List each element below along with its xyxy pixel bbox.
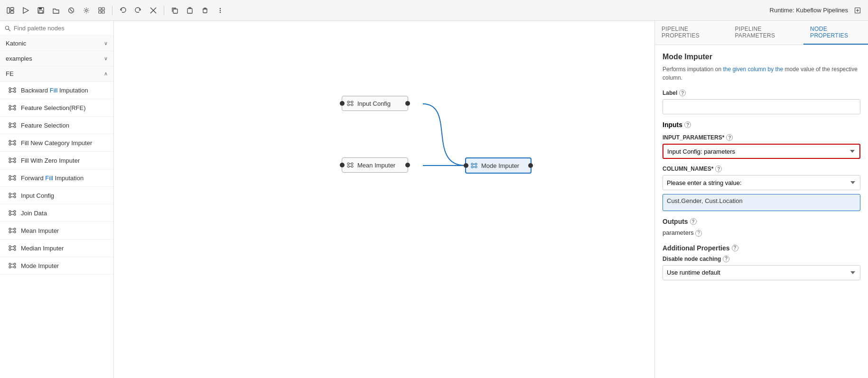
palette-group-examples-label: examples [6, 55, 32, 62]
column-names-tag-input[interactable]: Cust.Gender, Cust.Location [663, 194, 860, 211]
settings-button[interactable] [80, 4, 93, 17]
svg-point-30 [14, 91, 16, 92]
svg-point-35 [9, 108, 11, 110]
outputs-label-text: Outputs [663, 218, 688, 225]
palette-group-fe[interactable]: FE ∧ [0, 66, 113, 82]
palette-item-join-data-label: Join Data [21, 210, 47, 217]
svg-point-72 [9, 211, 11, 212]
more-options-button[interactable] [214, 4, 227, 17]
tab-pipeline-properties[interactable]: PIPELINE PROPERTIES [655, 21, 728, 45]
mode-imputer-right-port[interactable] [528, 163, 533, 168]
toggle-palette-button[interactable] [4, 4, 17, 17]
mode-imputer-left-port[interactable] [464, 163, 468, 168]
palette-item-fill-zero[interactable]: Fill With Zero Imputer [0, 152, 113, 169]
mode-imputer-node[interactable]: Mode Imputer [465, 157, 532, 174]
svg-point-78 [9, 228, 11, 230]
svg-point-37 [14, 108, 16, 110]
node-icon [8, 261, 17, 270]
mean-imputer-node[interactable]: Mean Imputer [342, 157, 408, 173]
canvas-area[interactable]: Input Config Mean Imputer Mode Imputer [114, 21, 654, 378]
column-names-label-text: COLUMN_NAMES* [663, 166, 713, 172]
palette-item-forward-fill[interactable]: Forward Fill Imputation [0, 169, 113, 187]
runtime-settings-button[interactable] [851, 4, 864, 17]
undo-button[interactable] [116, 4, 130, 17]
mean-imputer-right-port[interactable] [405, 163, 410, 167]
palette-item-feature-selection-rfe[interactable]: Feature Selection(RFE) [0, 99, 113, 117]
delete-button[interactable] [198, 4, 212, 17]
palette-item-median-imputer[interactable]: Median Imputer [0, 240, 113, 257]
clear-button[interactable] [65, 4, 78, 17]
additional-properties-label: Additional Properties [663, 244, 730, 252]
svg-point-93 [14, 266, 16, 268]
palette-group-katonic[interactable]: Katonic ∨ [0, 36, 113, 51]
additional-properties-help-icon[interactable]: ? [732, 245, 738, 251]
mean-imputer-left-port[interactable] [340, 163, 345, 167]
svg-point-44 [14, 126, 16, 128]
node-icon [8, 156, 17, 165]
svg-rect-6 [39, 10, 43, 13]
search-icon [5, 25, 11, 32]
svg-point-51 [14, 143, 16, 145]
palette-item-input-config[interactable]: Input Config [0, 187, 113, 204]
node-icon [8, 226, 17, 235]
svg-point-74 [14, 211, 16, 212]
label-input[interactable] [663, 99, 860, 114]
outputs-parameters-help-icon[interactable]: ? [695, 230, 702, 237]
svg-point-87 [14, 249, 16, 250]
label-help-icon[interactable]: ? [679, 90, 686, 96]
column-names-help-icon[interactable]: ? [715, 166, 722, 172]
redo-button[interactable] [131, 4, 145, 17]
input-config-node-label: Input Config [357, 100, 391, 107]
svg-point-41 [9, 123, 11, 125]
copy-button[interactable] [168, 4, 181, 17]
input-parameters-help-icon[interactable]: ? [726, 134, 733, 141]
node-type-icon [346, 161, 355, 169]
disable-caching-select[interactable]: Use runtime default True False [663, 265, 860, 280]
svg-point-75 [14, 213, 16, 215]
svg-point-91 [9, 266, 11, 268]
palette-search-container[interactable] [0, 21, 113, 36]
column-names-select[interactable]: Please enter a string value: [663, 175, 860, 190]
node-type-icon [470, 161, 478, 170]
disable-caching-label: Disable node caching ? [663, 256, 860, 262]
paste-button[interactable] [183, 4, 196, 17]
grid-button[interactable] [95, 4, 108, 17]
input-config-left-port[interactable] [340, 101, 345, 106]
chevron-up-icon: ∧ [104, 71, 108, 77]
palette-item-mean-imputer[interactable]: Mean Imputer [0, 222, 113, 240]
canvas-connections [114, 21, 654, 378]
svg-point-96 [347, 101, 349, 103]
outputs-help-icon[interactable]: ? [690, 218, 697, 225]
palette-item-backward-fill[interactable]: Backward Fill Imputation [0, 82, 113, 99]
open-button[interactable] [49, 4, 63, 17]
input-config-right-port[interactable] [405, 101, 410, 106]
tab-node-properties[interactable]: NODE PROPERTIES [803, 21, 868, 45]
svg-point-86 [14, 246, 16, 248]
palette-group-examples[interactable]: examples ∨ [0, 51, 113, 66]
svg-rect-12 [99, 11, 101, 13]
search-input[interactable] [14, 25, 109, 32]
cut-button[interactable] [147, 4, 160, 17]
svg-point-109 [471, 166, 473, 168]
svg-point-90 [9, 263, 11, 265]
save-button[interactable] [34, 4, 47, 17]
svg-rect-13 [102, 11, 104, 13]
disable-caching-help-icon[interactable]: ? [723, 256, 729, 262]
input-config-node[interactable]: Input Config [342, 96, 408, 111]
inputs-help-icon[interactable]: ? [684, 121, 691, 128]
palette-item-mode-imputer[interactable]: Mode Imputer [0, 257, 113, 275]
svg-point-29 [14, 88, 16, 90]
svg-point-42 [9, 126, 11, 128]
palette-list: Katonic ∨ examples ∨ FE ∧ Backward Fill … [0, 36, 113, 378]
input-parameters-select[interactable]: Input Config: parameters [663, 144, 860, 159]
palette-item-feature-selection[interactable]: Feature Selection [0, 117, 113, 134]
palette-item-fill-new-category[interactable]: Fill New Category Imputer [0, 134, 113, 152]
right-panel: PIPELINE PROPERTIES PIPELINE PARAMETERS … [654, 21, 868, 378]
palette-item-join-data[interactable]: Join Data [0, 204, 113, 222]
run-button[interactable] [19, 4, 32, 17]
right-panel-tabs: PIPELINE PROPERTIES PIPELINE PARAMETERS … [655, 21, 868, 45]
svg-rect-5 [39, 8, 42, 9]
svg-point-20 [220, 9, 221, 10]
tab-pipeline-parameters[interactable]: PIPELINE PARAMETERS [728, 21, 803, 45]
node-icon [8, 103, 17, 112]
